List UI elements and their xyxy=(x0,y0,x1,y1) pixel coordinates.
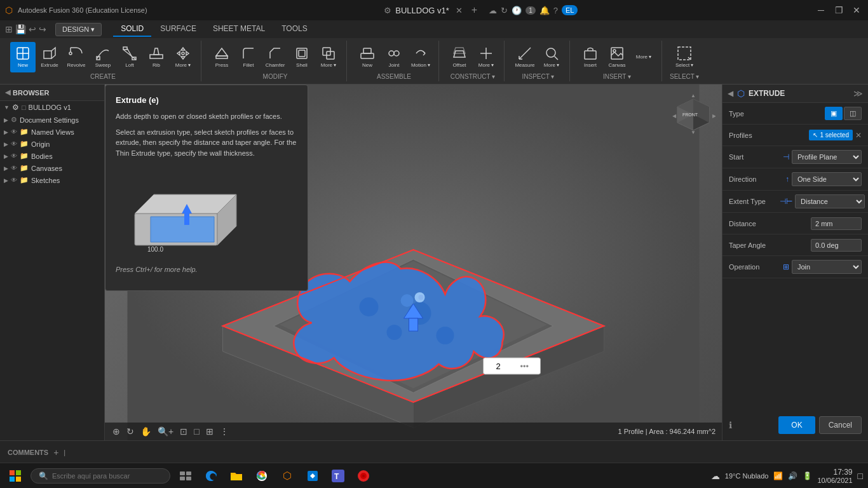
fusion360-button[interactable]: ⬡ xyxy=(277,466,297,486)
undo-icon[interactable]: ↩ xyxy=(29,24,36,34)
view-cube[interactable]: FRONT ▲ ▶ ▼ ◀ xyxy=(671,91,715,135)
browser-item-canvases[interactable]: ▶ 👁 📁 Canvases xyxy=(0,162,104,174)
joint-button[interactable]: Joint xyxy=(381,42,407,72)
press-pull-button[interactable]: Press xyxy=(209,42,234,72)
combine-button[interactable]: More ▾ xyxy=(316,42,341,72)
direction-value: ↑ One Side Two Sides Symmetric xyxy=(785,172,862,186)
teams-button[interactable]: T xyxy=(328,466,348,486)
save-icon[interactable]: 💾 xyxy=(15,24,26,34)
view-more-icon[interactable]: ⋮ xyxy=(219,425,230,438)
browser-item-doc-settings[interactable]: ▶ ⚙ Document Settings xyxy=(0,114,104,126)
type-thin-button[interactable]: ◫ xyxy=(844,107,862,120)
redo-icon[interactable]: ↪ xyxy=(39,24,46,34)
zoom-fit-icon[interactable]: ⊡ xyxy=(179,425,189,438)
hand-icon[interactable]: ✋ xyxy=(139,425,153,438)
orbit-icon[interactable]: ↻ xyxy=(125,425,135,438)
expand-arrow-root: ▼ xyxy=(4,104,10,111)
start-select[interactable]: Profile Plane Offset xyxy=(792,150,862,164)
profiles-label: Profiles xyxy=(729,132,780,139)
shell-button[interactable]: Shell xyxy=(289,42,315,72)
pan-icon[interactable]: ⊕ xyxy=(111,425,121,438)
app6-button[interactable] xyxy=(302,466,323,486)
taskbar-search[interactable]: 🔍 xyxy=(31,468,170,484)
browser-item-bodies[interactable]: ▶ 👁 📁 Bodies xyxy=(0,150,104,162)
viewport[interactable]: 2 ••• Extrude (e) Adds depth to open or … xyxy=(105,85,722,440)
inspect-more-button[interactable]: More ▾ xyxy=(539,42,564,72)
profiles-field-row: Profiles ↖ 1 selected ✕ xyxy=(722,125,868,146)
fillet-button[interactable]: Fillet xyxy=(236,42,261,72)
refresh-icon[interactable]: ↻ xyxy=(501,6,508,15)
select-filter-button[interactable]: Select ▾ xyxy=(672,42,697,72)
taskbar-search-input[interactable] xyxy=(52,472,162,480)
cancel-button[interactable]: Cancel xyxy=(819,416,862,434)
browser-item-sketches[interactable]: ▶ 👁 📁 Sketches xyxy=(0,174,104,186)
start-plane-icon: ⊣ xyxy=(783,152,789,161)
edge-browser-button[interactable] xyxy=(201,466,221,486)
tab-sheet-metal[interactable]: SHEET METAL xyxy=(205,22,273,37)
clock[interactable]: 17:39 10/06/2021 xyxy=(817,468,852,484)
browser-item-named-views[interactable]: ▶ 👁 📁 Named Views xyxy=(0,126,104,138)
minimize-button[interactable]: ─ xyxy=(815,4,827,17)
operation-select[interactable]: Join Cut Intersect New Body xyxy=(792,260,862,274)
taskview-button[interactable] xyxy=(175,466,196,486)
browser-collapse-icon[interactable]: ◀ xyxy=(5,88,10,97)
chrome-button[interactable] xyxy=(252,466,272,486)
canvas-button[interactable]: Canvas xyxy=(604,42,630,72)
design-button[interactable]: DESIGN ▾ xyxy=(55,23,102,36)
bell-icon[interactable]: 🔔 xyxy=(539,6,550,15)
measure-button[interactable]: Measure xyxy=(512,42,538,72)
panel-collapse-icon[interactable]: ◀ xyxy=(728,89,733,98)
start-field-row: Start ⊣ Profile Plane Offset xyxy=(722,146,868,168)
extent-select[interactable]: Distance To Object All xyxy=(795,194,865,208)
notification-icon[interactable]: □ xyxy=(858,471,863,481)
assemble-group-label: ASSEMBLE xyxy=(377,73,411,81)
browser-item-origin[interactable]: ▶ 👁 📁 Origin xyxy=(0,138,104,150)
insert-mesh-button[interactable]: Insert xyxy=(578,42,603,72)
maximize-button[interactable]: ❐ xyxy=(832,4,845,17)
move-button[interactable]: More ▾ xyxy=(170,42,196,72)
tab-tools[interactable]: TOOLS xyxy=(274,22,315,37)
close-tab-icon[interactable]: ✕ xyxy=(456,6,463,15)
panel-expand-icon[interactable]: ≫ xyxy=(853,88,863,98)
type-solid-button[interactable]: ▣ xyxy=(825,107,843,120)
chamfer-button[interactable]: Chamfer xyxy=(262,42,288,72)
app8-button[interactable] xyxy=(353,466,374,486)
revolve-button[interactable]: Revolve xyxy=(64,42,89,72)
insert-more-button[interactable]: More ▾ xyxy=(631,42,656,72)
taper-input[interactable] xyxy=(811,239,862,252)
direction-select[interactable]: One Side Two Sides Symmetric xyxy=(792,172,862,186)
svg-rect-12 xyxy=(150,55,163,58)
profiles-clear-button[interactable]: ✕ xyxy=(855,131,862,140)
ok-button[interactable]: OK xyxy=(778,416,815,434)
rib-button[interactable]: Rib xyxy=(144,42,169,72)
offset-plane-button[interactable]: Offset xyxy=(447,42,472,72)
construct-more-button[interactable]: More ▾ xyxy=(473,42,499,72)
collapse-comments-icon[interactable]: | xyxy=(64,449,65,456)
assemble-new-button[interactable]: New xyxy=(355,42,380,72)
extrude-button[interactable]: Extrude xyxy=(37,42,62,72)
create-new-component-button[interactable]: New xyxy=(10,42,36,72)
tooltip-panel: Extrude (e) Adds depth to open or closed… xyxy=(105,85,308,291)
start-label: Start xyxy=(729,153,780,161)
info-button[interactable]: ℹ xyxy=(729,420,732,430)
add-comment-button[interactable]: + xyxy=(53,447,58,458)
folder-icon-root: □ xyxy=(22,104,26,111)
loft-button[interactable]: Loft xyxy=(117,42,142,72)
browser-item-root[interactable]: ▼ ⚙ □ BULLDOG v1 xyxy=(0,101,104,114)
windows-start-button[interactable] xyxy=(5,466,25,486)
add-tab-icon[interactable]: + xyxy=(471,4,477,16)
insert-icons: Insert Canvas More ▾ xyxy=(578,41,656,73)
close-button[interactable]: ✕ xyxy=(850,4,863,17)
display-icon[interactable]: □ xyxy=(193,425,200,438)
tab-surface[interactable]: SURFACE xyxy=(153,22,204,37)
file-explorer-button[interactable] xyxy=(226,466,247,486)
zoom-in-icon[interactable]: 🔍+ xyxy=(156,425,175,438)
tab-solid[interactable]: SOLID xyxy=(113,22,151,37)
motion-button[interactable]: Motion ▾ xyxy=(408,42,433,72)
browser-item-label-bodies: Bodies xyxy=(31,152,53,160)
help-icon[interactable]: ? xyxy=(553,6,558,15)
grid-view-icon[interactable]: ⊞ xyxy=(205,425,215,438)
profiles-selected-button[interactable]: ↖ 1 selected xyxy=(809,130,853,140)
sweep-button[interactable]: Sweep xyxy=(90,42,116,72)
distance-input[interactable] xyxy=(811,217,862,230)
